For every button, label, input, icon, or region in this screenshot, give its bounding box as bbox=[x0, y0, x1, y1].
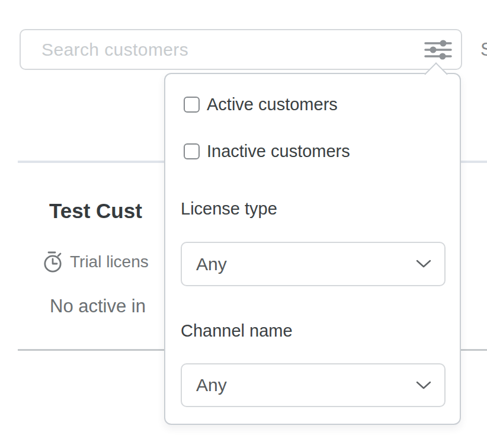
filter-button[interactable] bbox=[422, 37, 454, 62]
customer-name: Test Cust bbox=[49, 200, 142, 222]
channel-name-label: Channel name bbox=[181, 321, 293, 341]
search-box bbox=[20, 29, 462, 70]
inactive-customers-label: Inactive customers bbox=[207, 142, 350, 161]
active-customers-option[interactable]: Active customers bbox=[184, 95, 338, 114]
customer-license-row: Trial licens bbox=[43, 251, 149, 273]
license-type-select[interactable]: Any bbox=[181, 242, 446, 286]
chevron-down-icon bbox=[416, 381, 431, 390]
channel-name-select[interactable]: Any bbox=[181, 363, 446, 407]
active-customers-label: Active customers bbox=[207, 95, 338, 114]
partial-right-text: S bbox=[480, 39, 487, 60]
license-type-label: License type bbox=[181, 199, 277, 219]
channel-name-value: Any bbox=[196, 375, 227, 395]
customer-status-text: No active in bbox=[50, 296, 146, 316]
trial-clock-icon bbox=[43, 251, 63, 273]
page: S Test Cust Trial licens No active in Ac… bbox=[0, 0, 487, 448]
license-type-value: Any bbox=[196, 254, 227, 274]
inactive-customers-option[interactable]: Inactive customers bbox=[184, 142, 350, 161]
customer-license-text: Trial licens bbox=[70, 252, 149, 272]
search-input[interactable] bbox=[21, 30, 461, 69]
filter-sliders-icon bbox=[424, 39, 452, 60]
inactive-customers-checkbox[interactable] bbox=[184, 143, 200, 159]
active-customers-checkbox[interactable] bbox=[184, 97, 200, 113]
filter-popover: Active customers Inactive customers Lice… bbox=[164, 73, 461, 425]
chevron-down-icon bbox=[416, 260, 431, 268]
